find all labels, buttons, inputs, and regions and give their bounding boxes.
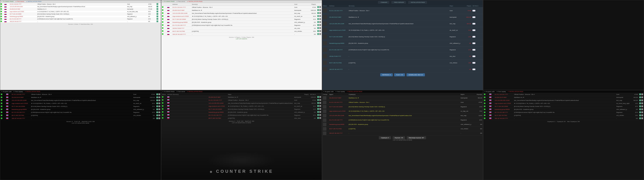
details-button[interactable]: + <box>472 49 475 51</box>
nav-demo[interactable]: На демо сайт <box>324 91 334 92</box>
server-row[interactable]: 91.211.118.161:7777Official Position - M… <box>322 7 483 14</box>
server-ip[interactable]: 82.173.133.130:7777 <box>328 46 348 53</box>
server-name[interactable]: Official Position - Moscow - Dis 4 <box>30 93 133 96</box>
details-button[interactable]: + <box>472 16 475 18</box>
server-row[interactable]: 183.66.78.98:7777-mis_shut0/0+ <box>322 53 483 60</box>
th-address[interactable]: Address Server(s) <box>166 93 227 96</box>
info-icon[interactable] <box>319 30 321 32</box>
server-row[interactable]: fcacademy.group:60830[EU] BLOOD - Academ… <box>322 40 483 46</box>
server-row[interactable]: csgo.ionstorm.eu/1:27025★ CS:GO|ZONA-LT … <box>0 10 161 13</box>
server-row[interactable]: fcacademy.group:60830[EU] BLOOD - Academ… <box>483 108 644 111</box>
row-actions[interactable] <box>156 99 160 101</box>
server-ip[interactable]: fcacademy.group:60830 <box>11 108 30 111</box>
row-actions[interactable] <box>317 12 321 14</box>
server-name[interactable]: [C25DK]World-Arche.Pol[24/7-in]H-in]|Bi-… <box>37 18 127 20</box>
server-row[interactable]: 123.123.255.255:12345test_ServerNameThat… <box>161 102 322 105</box>
th-players[interactable]: Игрок(и) <box>476 93 483 96</box>
server-row[interactable]: 82.173.133.130:7777[C25DK]World-Arche.Po… <box>0 18 161 20</box>
server-ip[interactable]: 123.123.255.255:12345 <box>11 99 30 102</box>
row-actions[interactable] <box>317 108 321 110</box>
server-name[interactable]: [LG]GFFA] <box>513 114 616 117</box>
info-icon[interactable] <box>319 33 321 35</box>
row-actions[interactable] <box>639 102 643 104</box>
connect-icon[interactable] <box>156 96 158 98</box>
server-name[interactable]: MadMans Inc. ♥ <box>37 8 127 10</box>
info-icon[interactable] <box>319 102 321 104</box>
server-name[interactable]: Official Position - Moscow - Dis 4 <box>37 3 127 5</box>
info-icon[interactable] <box>158 102 160 104</box>
server-name[interactable]: [LG]GFFA] <box>191 30 294 33</box>
server-row[interactable]: fcacademy.group:60830[EU] BLOOD - Academ… <box>0 108 161 111</box>
server-row[interactable]: 188.187.48.163:7777--0/0 <box>161 33 322 36</box>
server-ip[interactable]: 82.173.133.130:7777 <box>11 111 30 114</box>
server-row[interactable]: 23i.203.53.87:9987MadMans Inc. ♥teamspea… <box>0 8 161 10</box>
server-ip[interactable]: 91.211.118.161:7777 <box>328 7 348 14</box>
nav-demo[interactable]: На демо сайт <box>2 91 12 92</box>
info-icon[interactable] <box>319 27 321 29</box>
connect-icon[interactable] <box>317 105 319 107</box>
nav-demo[interactable]: TO DEMO PAGE <box>2 1 14 2</box>
server-name[interactable]: [C25DK]World-Arche.Pol[24/7-in]H-in]|Bi-… <box>191 24 294 27</box>
server-name[interactable]: test_ServerNameThatsOftenReallyLongAndCa… <box>37 5 127 8</box>
connect-icon[interactable] <box>317 18 319 20</box>
server-row[interactable]: 93.77.104.192:22009[EULKA] Meine Gaming … <box>322 105 483 109</box>
server-ip[interactable]: 82.173.133.130:7777 <box>172 24 191 27</box>
server-row[interactable]: csgo.ionstorm.eu/1:27025★ CS:GO|ZONA-LT … <box>161 15 322 18</box>
info-icon[interactable] <box>641 117 643 119</box>
connect-icon[interactable] <box>639 105 641 107</box>
server-name[interactable]: [C25DK]World-Arche.Pol[24/7-in]H-in]|Bi-… <box>348 46 449 53</box>
server-ip[interactable]: 86.57.189.78:27901 <box>208 117 227 120</box>
info-icon[interactable] <box>641 114 643 116</box>
info-icon[interactable] <box>319 105 321 107</box>
server-name[interactable]: test_ServerNameThatsOftenReallyLongAndCa… <box>348 113 460 118</box>
connect-icon[interactable] <box>156 13 158 15</box>
server-name[interactable]: ★ CS:GO|ZONA-LT ★ | Public | • 128TR • V… <box>227 105 294 108</box>
server-row[interactable]: fcacademy.group:60830[EU] BLOOD - Academ… <box>161 111 322 114</box>
connect-icon[interactable] <box>156 15 158 17</box>
server-name[interactable]: [EU] BLOOD - Academic.group <box>37 15 127 18</box>
server-ip[interactable]: 91.211.118.161:7777 <box>9 3 37 5</box>
server-name[interactable]: [EULKA] Meine Gaming Friendly Cluster SO… <box>513 105 616 108</box>
server-name[interactable]: MadMans Inc. ♥ <box>227 96 294 99</box>
nav-main[interactable]: ГЛАВНАЯ <box>378 1 389 4</box>
connect-icon[interactable] <box>317 24 319 26</box>
server-ip[interactable]: 188.187.48.163:7777 <box>328 131 348 135</box>
btn-servers[interactable]: Серверов: 9 <box>379 136 391 139</box>
connect-icon[interactable] <box>156 99 158 101</box>
server-ip[interactable]: fcacademy.group:60830 <box>208 111 227 114</box>
nav-install[interactable]: INSTALLATION PAGE <box>187 91 202 92</box>
server-ip[interactable]: csgo.ionstorm.eu/1:27025 <box>328 27 348 33</box>
row-actions[interactable] <box>639 108 643 110</box>
info-icon[interactable] <box>319 12 321 14</box>
server-name[interactable]: [EU] BLOOD - Academic.group <box>348 122 460 127</box>
btn-max[interactable]: DOWNLOAD: MAX 10 <box>406 73 425 76</box>
row-actions[interactable] <box>317 30 321 32</box>
server-name[interactable]: - <box>513 117 616 120</box>
info-icon[interactable] <box>641 108 643 110</box>
server-name[interactable]: MadMans Inc. ♥ <box>191 9 294 12</box>
connect-icon[interactable] <box>639 102 641 104</box>
server-row[interactable]: 91.211.118.161:7777Official Position - M… <box>161 6 322 9</box>
server-ip[interactable]: csgo.ionstorm.eu/1:27025 <box>328 109 348 113</box>
server-row[interactable]: 86.57.189.78:27901[LG]GFFA]crst_mthdev3/… <box>322 60 483 66</box>
th-map[interactable]: Карта <box>460 93 476 96</box>
info-icon[interactable] <box>319 21 321 23</box>
info-icon[interactable] <box>319 111 321 113</box>
row-actions[interactable] <box>317 9 321 11</box>
row-actions[interactable] <box>639 117 643 119</box>
server-name[interactable]: MadMans Inc. ♥ <box>348 14 449 20</box>
info-icon[interactable] <box>641 96 643 98</box>
monitors-link[interactable]: LIST OF MONITORS HERE <box>72 122 89 124</box>
row-actions[interactable] <box>639 105 643 107</box>
row-actions[interactable] <box>639 96 643 98</box>
server-ip[interactable]: 82.173.133.130:7777 <box>9 18 37 20</box>
th-address[interactable]: Адрес <box>328 93 348 96</box>
server-name[interactable]: [EU] BLOOD - Academic.group <box>227 111 294 114</box>
server-name[interactable]: MadMans Inc. ♥ <box>348 96 460 100</box>
server-row[interactable]: 86.57.189.78:27901[LG]GFFA]crst_mthdev3/… <box>161 30 322 33</box>
nav-install[interactable]: INSTALLATION PAGE <box>508 91 523 92</box>
nav-free[interactable]: Free сервер <box>336 91 345 92</box>
connect-icon[interactable] <box>639 108 641 110</box>
server-row[interactable]: 23i.203.53.87:9987MadMans Inc. ♥teamspea… <box>322 14 483 20</box>
nav-free[interactable]: FREE SERVER <box>391 1 406 4</box>
